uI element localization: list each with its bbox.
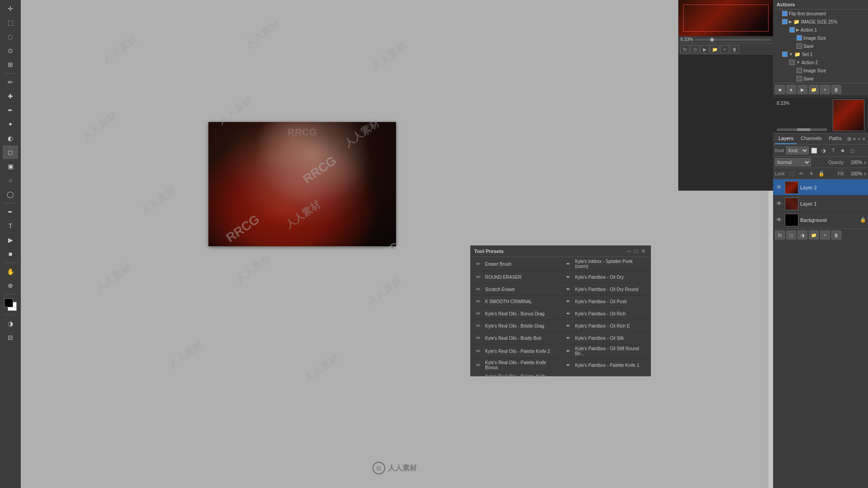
foreground-color[interactable] <box>4 298 13 307</box>
dodge-tool[interactable]: ◯ <box>3 188 18 201</box>
nav-btn-2[interactable]: ◷ <box>690 45 699 53</box>
actions-new-action-btn[interactable]: + <box>820 85 830 94</box>
nav-btn-5[interactable]: + <box>720 45 729 53</box>
brush-tool[interactable]: ✒ <box>3 103 18 117</box>
screen-mode-tool[interactable]: ⊟ <box>3 331 18 344</box>
eyedropper-tool[interactable]: ✏ <box>3 75 18 89</box>
layers-filter-adjust[interactable]: ◑ <box>820 146 828 155</box>
layers-icon-4[interactable]: ≡ <box>863 136 865 141</box>
layer-item-1[interactable]: 👁 Layer 1 <box>773 196 868 212</box>
nav-zoom-thumb[interactable] <box>710 38 714 42</box>
gradient-tool[interactable]: ▣ <box>3 160 18 173</box>
layer-bg-visibility[interactable]: 👁 <box>775 216 783 224</box>
layer-1-visibility[interactable]: 👁 <box>775 200 783 208</box>
layers-filter-shape[interactable]: ■ <box>839 146 847 155</box>
preset-oil-dry-round[interactable]: ✒ Kyle's Paintbox - Oil Dry Round <box>561 283 651 296</box>
path-select-tool[interactable]: ▶ <box>3 233 18 247</box>
preset-kyles-inkbox[interactable]: ✒ Kyle's Inkbox - Splatter Punk (norm) <box>561 257 651 271</box>
color-swatch[interactable] <box>4 298 17 311</box>
action-image-size-folder[interactable]: ▶ 📁 IMAGE SIZE 25% <box>773 18 868 26</box>
opacity-arrow[interactable]: › <box>864 159 866 166</box>
crop-tool[interactable]: ⊞ <box>3 58 18 71</box>
fill-arrow[interactable]: › <box>864 170 866 177</box>
opacity-value[interactable]: 100% <box>846 160 862 165</box>
marquee-tool[interactable]: ⬚ <box>3 16 18 29</box>
preset-k-smooth[interactable]: ✏ K SMOOTH CRIMINAL <box>471 296 561 308</box>
actions-stop-btn[interactable]: ■ <box>775 85 785 94</box>
actions-delete-btn[interactable]: 🗑 <box>831 85 841 94</box>
action-action2-checkbox[interactable] <box>789 60 795 65</box>
nav-btn-1[interactable]: fx <box>680 45 689 53</box>
layer-item-2[interactable]: 👁 Layer 2 <box>773 179 868 196</box>
blend-mode-select[interactable]: Normal <box>775 158 811 166</box>
lock-all-btn[interactable]: 🔒 <box>817 169 826 178</box>
healing-tool[interactable]: ✚ <box>3 89 18 103</box>
action-image-size-2[interactable]: Image Size <box>773 66 868 75</box>
horizontal-scrollbar[interactable] <box>777 128 827 131</box>
nav-zoom-slider[interactable] <box>695 39 771 41</box>
layers-kind-select[interactable]: Kind <box>786 146 809 155</box>
actions-play-btn[interactable]: ▶ <box>797 85 807 94</box>
action-save1-checkbox[interactable] <box>797 43 802 49</box>
lasso-tool[interactable]: ◌ <box>3 30 18 43</box>
lock-image-btn[interactable]: ✏ <box>797 169 806 178</box>
preset-real-oils-bonus[interactable]: ✏ Kyle's Real Oils - Bonus Drag <box>471 308 561 320</box>
move-tool[interactable]: ✛ <box>3 2 18 15</box>
lock-position-btn[interactable]: ✛ <box>807 169 816 178</box>
text-tool[interactable]: T <box>3 219 18 233</box>
preset-eraser-brush[interactable]: ✏ Eraser Brush <box>471 257 561 271</box>
action-set1[interactable]: ▼ 📁 Set 1 <box>773 50 868 58</box>
tab-paths[interactable]: Paths <box>826 133 845 144</box>
preset-kyles-oil-dry[interactable]: ✒ Kyle's Paintbox - Oil Dry <box>561 271 651 283</box>
action-save-1[interactable]: Save <box>773 42 868 50</box>
action-imagesize-checkbox[interactable] <box>782 19 788 24</box>
layers-mask-btn[interactable]: ◻ <box>786 230 796 239</box>
action-action1-checkbox[interactable] <box>789 27 795 33</box>
preset-palette-knife-big[interactable]: ✏ Kyle's Real Oils - Palette Knife Big..… <box>471 372 561 376</box>
canvas-thumbnail[interactable] <box>833 99 864 131</box>
hand-tool[interactable]: ✋ <box>3 265 18 278</box>
layers-adjustment-btn[interactable]: ◑ <box>797 230 807 239</box>
preset-bratly-bob[interactable]: ✏ Kyle's Real Oils - Bratly Bob <box>471 332 561 344</box>
shape-tool[interactable]: ■ <box>3 247 18 261</box>
preset-palette-knife-bonus[interactable]: ✏ Kyle's Real Oils - Palette Knife Bonus <box>471 358 561 372</box>
action-imgsize1-checkbox[interactable] <box>797 35 802 41</box>
layers-delete-btn[interactable]: 🗑 <box>831 230 841 239</box>
preset-round-eraser[interactable]: ✏ ROUND ERASER <box>471 271 561 283</box>
clone-stamp-tool[interactable]: ✦ <box>3 117 18 131</box>
nav-btn-4[interactable]: 📁 <box>710 45 719 53</box>
nav-btn-6[interactable]: 🗑 <box>730 45 739 53</box>
preset-scratch-eraser[interactable]: ✏ Scratch Eraser <box>471 283 561 296</box>
preset-bristle-drag[interactable]: ✏ Kyle's Real Oils - Bristle Drag <box>471 320 561 332</box>
blur-tool[interactable]: ○ <box>3 174 18 187</box>
history-brush-tool[interactable]: ◐ <box>3 131 18 145</box>
fill-value[interactable]: 100% <box>846 171 862 176</box>
nav-btn-3[interactable]: ▶ <box>700 45 709 53</box>
actions-record-btn[interactable]: ● <box>786 85 796 94</box>
layers-new-btn[interactable]: + <box>820 230 830 239</box>
preset-oil-rich-e[interactable]: ✒ Kyle's Paintbox - Oil Rich E <box>561 320 651 332</box>
artwork-canvas[interactable]: RRCG <box>208 122 396 246</box>
preset-oil-stiff-round[interactable]: ✒ Kyle's Paintbox - Oil Stiff Round Bri.… <box>561 344 651 358</box>
preset-oil-silk[interactable]: ✒ Kyle's Paintbox - Oil Silk <box>561 332 651 344</box>
layer-item-bg[interactable]: 👁 Background 🔒 <box>773 212 868 228</box>
tab-layers[interactable]: Layers <box>775 133 797 144</box>
nav-thumbnail[interactable] <box>679 0 773 36</box>
lock-transparent-btn[interactable]: ⬚ <box>788 169 796 178</box>
action-image-size-1[interactable]: Image Size <box>773 34 868 42</box>
preset-paintbox-palette-knife-2[interactable]: ✒ Kyle's Paintbox - Palette Knife 2 <box>561 372 651 376</box>
tool-presets-minimize-btn[interactable]: ─ <box>625 248 632 255</box>
preset-oil-rich[interactable]: ✒ Kyle's Paintbox - Oil Rich <box>561 308 651 320</box>
quick-mask-tool[interactable]: ◑ <box>3 317 18 330</box>
layer-2-visibility[interactable]: 👁 <box>775 183 783 192</box>
scrollbar-thumb[interactable] <box>797 128 811 131</box>
action-save-2[interactable]: Save <box>773 75 868 83</box>
preset-palette-knife-2[interactable]: ✏ Kyle's Real Oils - Palette Knife 2 <box>471 344 561 358</box>
layers-filter-smart[interactable]: ◻ <box>848 146 856 155</box>
eraser-tool[interactable]: ◻ <box>3 145 18 159</box>
pen-tool[interactable]: ✒ <box>3 205 18 219</box>
action-save2-checkbox[interactable] <box>797 76 802 81</box>
layers-icon-2[interactable]: ≡ <box>853 136 856 141</box>
action-imgsize2-checkbox[interactable] <box>797 68 802 73</box>
tool-presets-expand-btn[interactable]: □ <box>632 248 640 255</box>
